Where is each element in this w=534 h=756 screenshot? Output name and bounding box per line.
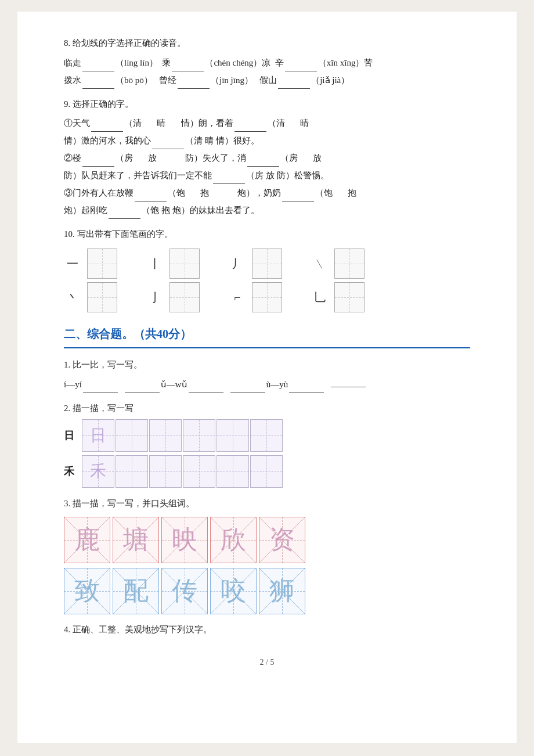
practice-box-ri-3	[149, 419, 182, 452]
practice-box-he-3	[149, 455, 182, 488]
stroke-row-2: 丶 亅 ⌐ 乚	[64, 282, 470, 312]
pinyin-item-3: ù—yù	[229, 376, 326, 393]
blank-9-4	[82, 166, 114, 167]
stroke-dian1: ﹨	[311, 253, 329, 275]
char-box-5	[87, 282, 117, 312]
section-9: 9. 选择正确的字。 ①天气（清 晴 情）朗，看着（清 晴 情）激的河水，我的心…	[64, 96, 470, 219]
section-9-title: 9. 选择正确的字。	[64, 96, 470, 113]
stroke-pie: 丿	[229, 253, 246, 275]
char-box-8	[334, 282, 365, 312]
blank-4	[82, 88, 114, 89]
pinyin-blank-6	[331, 387, 366, 387]
big-char-zhi: 致	[64, 568, 110, 614]
comp-2-title: 2. 描一描，写一写	[64, 400, 470, 417]
section-8-row1: 临走（líng lín） 乘（chén chéng）凉 辛（xīn xīng）苦	[64, 54, 470, 71]
big-char-pei: 配	[113, 568, 159, 614]
comp-3-row1: 鹿 塘 映 欣 资	[64, 517, 470, 563]
comp-3-title: 3. 描一描，写一写，并口头组词。	[64, 495, 470, 512]
blank-6	[278, 88, 310, 89]
blank-9-1	[91, 131, 123, 132]
pinyin-item-1: í—yí	[64, 376, 119, 393]
stroke-dian2: 丶	[64, 286, 81, 308]
stroke-hengzhe: ⌐	[229, 286, 246, 308]
practice-box-ri-4	[183, 419, 215, 452]
stroke-row-1: 一 丨 丿 ﹨	[64, 249, 470, 279]
char-box-2	[169, 249, 200, 279]
section-9-q1: ①天气（清 晴 情）朗，看着（清 晴 情）激的河水，我的心（清 晴 情）很好。	[64, 114, 470, 149]
section-10: 10. 写出带有下面笔画的字。 一 丨 丿 ﹨ 丶 亅	[64, 226, 470, 312]
big-char-ying: 映	[161, 517, 208, 563]
section-8: 8. 给划线的字选择正确的读音。 临走（líng lín） 乘（chén ché…	[64, 35, 470, 89]
practice-box-he-2	[116, 455, 148, 488]
comp-2: 2. 描一描，写一写 日 日 禾 禾	[64, 400, 470, 489]
comp-4: 4. 正确、工整、美观地抄写下列汉字。	[64, 621, 470, 638]
section-8-row2: 拨水（bō pō） 曾经（jīn jīng） 假山（jiǎ jià）	[64, 71, 470, 89]
practice-box-ri-6	[250, 419, 283, 452]
comp-1-items: í—yí ǔ—wǔ ù—yù	[64, 376, 470, 393]
big-char-chuan: 传	[161, 568, 208, 614]
practice-box-ri-2	[116, 419, 148, 452]
stroke-grid: 一 丨 丿 ﹨ 丶 亅 ⌐	[64, 249, 470, 312]
page-number: 2 / 5	[64, 655, 470, 671]
big-char-tang: 塘	[113, 517, 159, 563]
practice-box-he-5	[217, 455, 249, 488]
stroke-zhe: 亅	[146, 286, 164, 308]
big-char-yao: 咬	[210, 568, 257, 614]
char-box-4	[334, 249, 365, 279]
practice-box-ri-5	[217, 419, 249, 452]
comprehensive-title: 二、综合题。（共40分）	[64, 323, 470, 348]
section-10-title: 10. 写出带有下面笔画的字。	[64, 226, 470, 243]
practice-row-he: 禾 禾	[64, 455, 470, 488]
blank-9-7	[135, 201, 167, 201]
big-char-xin: 欣	[210, 517, 257, 563]
comp-1: 1. 比一比，写一写。 í—yí ǔ—wǔ ù—yù	[64, 357, 470, 393]
pinyin-blank-4	[230, 393, 265, 393]
char-box-1	[87, 249, 117, 279]
comp-3: 3. 描一描，写一写，并口头组词。 鹿 塘 映 欣 资	[64, 495, 470, 614]
big-char-shi: 狮	[259, 568, 305, 614]
stroke-shuwangou: 乚	[311, 286, 329, 308]
pinyin-blank-5	[289, 393, 324, 393]
pinyin-blank-1	[83, 393, 118, 393]
practice-box-ri-1: 日	[82, 419, 114, 452]
blank-5	[178, 88, 210, 89]
section-8-title: 8. 给划线的字选择正确的读音。	[64, 35, 470, 52]
practice-box-he-1: 禾	[82, 455, 114, 488]
comp-3-row2: 致 配 传 咬 狮	[64, 568, 470, 614]
pinyin-item-2: ǔ—wǔ	[124, 376, 225, 393]
section-9-q2: ②楼（房 放 防）失火了，消（房 放 防）队员赶来了，并告诉我们一定不能（房 放…	[64, 149, 470, 184]
blank-9-2	[234, 131, 266, 132]
big-char-lu: 鹿	[64, 517, 110, 563]
practice-label-ri: 日	[64, 426, 81, 445]
comp-4-title: 4. 正确、工整、美观地抄写下列汉字。	[64, 621, 470, 638]
char-box-6	[169, 282, 200, 312]
practice-box-he-6	[250, 455, 283, 488]
pinyin-blank-2	[125, 393, 160, 393]
blank-9-9	[109, 218, 140, 219]
section-9-q3: ③门外有人在放鞭（饱 抱 炮），奶奶（饱 抱 炮）起刚吃（饱 抱 炮）的妹妹出去…	[64, 184, 470, 219]
stroke-heng: 一	[64, 253, 81, 275]
stroke-shu: 丨	[146, 253, 164, 275]
blank-9-8	[282, 201, 314, 201]
char-box-7	[252, 282, 282, 312]
comp-1-title: 1. 比一比，写一写。	[64, 357, 470, 373]
page-content: 8. 给划线的字选择正确的读音。 临走（líng lín） 乘（chén ché…	[17, 12, 517, 743]
practice-label-he: 禾	[64, 462, 81, 481]
practice-row-ri: 日 日	[64, 419, 470, 452]
blank-9-5	[247, 166, 279, 167]
char-box-3	[252, 249, 282, 279]
pinyin-blank-3	[189, 393, 223, 393]
big-char-zi: 资	[259, 517, 305, 563]
practice-box-he-4	[183, 455, 215, 488]
